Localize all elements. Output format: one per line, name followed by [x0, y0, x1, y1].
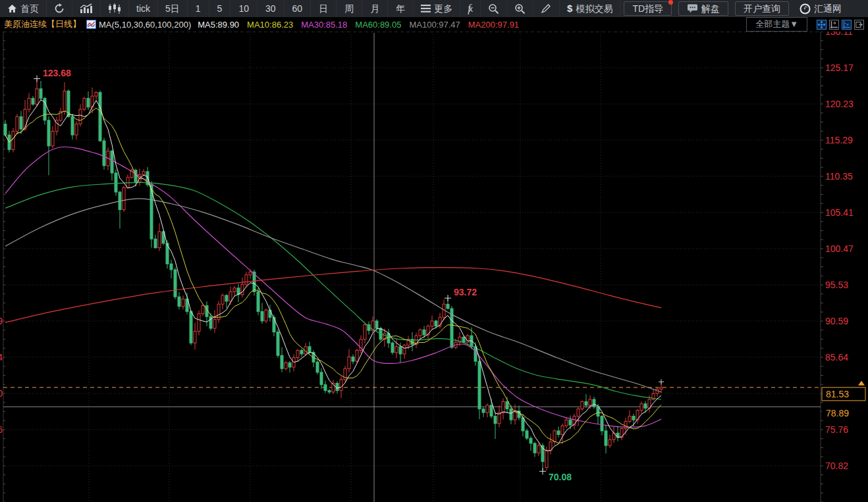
- toolbar-zoom-out-icon[interactable]: [481, 0, 507, 17]
- axis-label: 120.23: [825, 99, 854, 109]
- axis-label-clipped: 90.59: [0, 316, 3, 326]
- axis-label: 115.29: [825, 135, 853, 145]
- ma-value-2: MA30:85.18: [301, 20, 347, 30]
- toolbar-home[interactable]: 首页: [0, 0, 47, 17]
- axis-label: 85.64: [825, 352, 848, 363]
- toolbar-period-10[interactable]: 10: [231, 0, 258, 17]
- toolbar: 首页tick5日15103060日周月年更多fx$模拟交易TD指导解盘开户查询汇…: [0, 0, 868, 18]
- price-marker-label: 70.08: [549, 472, 572, 482]
- axis-label: 110.35: [825, 171, 853, 182]
- axis-label-clipped: 80.70: [0, 388, 3, 399]
- ma-value-0: MA5:89.90: [198, 20, 239, 30]
- ma-value-5: MA200:97.91: [468, 20, 519, 30]
- fx678-site-icon: [800, 3, 811, 14]
- toolbar-market-analysis[interactable]: 解盘: [678, 1, 728, 16]
- theme-selector-dropdown[interactable]: 全部主题▼: [746, 17, 807, 32]
- toolbar-fx678-site[interactable]: 汇通网: [792, 0, 849, 17]
- toolbar-period-30[interactable]: 30: [258, 0, 285, 17]
- axis-label: 70.82: [825, 461, 848, 471]
- toolbar-period-60[interactable]: 60: [285, 0, 312, 17]
- candlestick-chart-icon: [108, 3, 121, 14]
- toolbar-draw-tool-icon[interactable]: [533, 0, 560, 17]
- toolbar-period-week[interactable]: 周: [337, 0, 362, 17]
- chart-background: [0, 0, 868, 502]
- axis-label-clipped: 85.64: [0, 352, 3, 363]
- ma-value-1: MA10:86.23: [247, 20, 293, 30]
- price-marker-label: 93.72: [454, 287, 477, 297]
- toolbar-period-day[interactable]: 日: [311, 0, 337, 17]
- ma-value-3: MA60:89.05: [355, 20, 401, 30]
- crosshair-price-badge: 78.89: [822, 407, 868, 419]
- toolbar-period-year[interactable]: 年: [388, 0, 414, 17]
- toolbar-candlestick-chart-icon[interactable]: [101, 0, 129, 17]
- timeline-chart-icon: [80, 3, 93, 14]
- axis-label: 105.41: [825, 207, 854, 218]
- toolbar-td-guide[interactable]: TD指导: [624, 1, 672, 16]
- ma-values: MA5:89.90MA10:86.23MA30:85.18MA60:89.05M…: [198, 20, 527, 30]
- toolbar-period-1[interactable]: 1: [188, 0, 209, 17]
- toolbar-sim-trading[interactable]: $模拟交易: [560, 0, 620, 17]
- legend-row: 美原油连续【日线】 MA(5,10,30,60,100,200) MA5:89.…: [0, 17, 868, 32]
- layout-new-window-icon[interactable]: [854, 20, 864, 30]
- sim-trading-icon: $: [567, 0, 572, 17]
- refresh-icon: [54, 3, 65, 14]
- toolbar-more[interactable]: 更多: [414, 0, 460, 17]
- zoom-out-icon: [488, 3, 499, 14]
- axis-label: 90.59: [825, 316, 848, 326]
- layout-icons: [814, 20, 864, 30]
- toolbar-refresh-icon[interactable]: [47, 0, 72, 17]
- more-icon: [421, 5, 431, 13]
- symbol-title: 美原油连续【日线】: [4, 18, 81, 30]
- ma-parameters-label: MA(5,10,30,60,100,200): [99, 20, 191, 30]
- toolbar-period-month[interactable]: 月: [362, 0, 388, 17]
- draw-tool-icon: [541, 3, 552, 14]
- candlestick-chart-canvas[interactable]: 123.6893.7270.08130.11125.17120.23115.29…: [0, 0, 868, 502]
- svg-text:81.53: 81.53: [826, 389, 849, 399]
- toolbar-zoom-in-icon[interactable]: [507, 0, 533, 17]
- axis-label: 100.47: [825, 243, 854, 254]
- fx-indicator-icon: fx: [468, 0, 473, 18]
- legend-right-tools: 全部主题▼: [746, 17, 868, 32]
- toolbar-timeline-chart-icon[interactable]: [72, 0, 101, 17]
- axis-label-clipped: 75.76: [0, 424, 3, 435]
- layout-right-axis-icon[interactable]: [842, 20, 852, 30]
- axis-label: 125.17: [825, 63, 854, 73]
- toolbar-account-query[interactable]: 开户查询: [735, 1, 789, 16]
- axis-label: 75.76: [825, 424, 848, 435]
- axis-label: 95.53: [825, 280, 848, 290]
- ma-value-4: MA100:97.47: [409, 20, 460, 30]
- indicator-chart-icon: [86, 20, 96, 29]
- zoom-in-icon: [514, 3, 526, 14]
- home-icon: [7, 4, 17, 13]
- layout-crosshair-icon[interactable]: [817, 20, 827, 30]
- layout-left-axis-icon[interactable]: [829, 20, 839, 30]
- market-analysis-icon: [687, 4, 698, 14]
- toolbar-period-5d[interactable]: 5日: [158, 0, 188, 17]
- price-marker-label: 123.68: [43, 68, 71, 78]
- notification-dot: [668, 0, 673, 5]
- toolbar-period-tick[interactable]: tick: [129, 0, 158, 17]
- toolbar-period-5[interactable]: 5: [209, 0, 231, 17]
- toolbar-fx-indicator-icon[interactable]: fx: [460, 0, 481, 17]
- svg-text:78.89: 78.89: [826, 408, 849, 418]
